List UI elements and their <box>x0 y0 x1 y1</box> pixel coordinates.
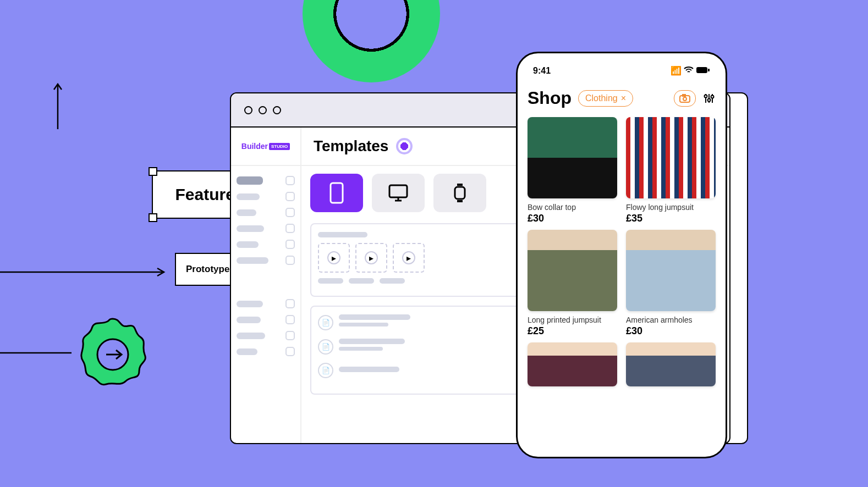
prototype-label: Prototype <box>186 264 229 275</box>
signal-icon: 📶 <box>671 65 682 76</box>
sidebar-item[interactable] <box>237 252 295 268</box>
product-price: £30 <box>528 213 617 224</box>
sidebar-item[interactable] <box>237 204 295 220</box>
traffic-light-minimize[interactable] <box>259 106 267 114</box>
phone-preview: 9:41 📶 Shop Clothing × Bow collar top £3… <box>516 52 727 458</box>
decorative-donut <box>303 0 440 82</box>
product-name: Bow collar top <box>528 203 617 212</box>
product-price: £30 <box>626 325 716 337</box>
video-thumbnail[interactable]: ▸ <box>393 243 425 273</box>
product-card[interactable]: Bow collar top £30 <box>528 117 617 224</box>
product-card[interactable] <box>626 342 716 386</box>
product-image <box>528 342 617 386</box>
device-desktop-button[interactable] <box>372 174 425 212</box>
record-indicator-icon[interactable] <box>396 138 413 154</box>
product-price: £25 <box>528 325 617 337</box>
product-card[interactable]: American armholes £30 <box>626 230 716 337</box>
product-image <box>528 117 617 198</box>
svg-point-21 <box>705 95 707 97</box>
sidebar-item[interactable] <box>237 189 295 204</box>
battery-icon <box>696 66 710 76</box>
svg-point-23 <box>708 98 711 101</box>
brand-name: Builder <box>241 142 268 151</box>
chip-close-icon[interactable]: × <box>621 93 626 103</box>
sidebar-item[interactable] <box>237 328 295 344</box>
product-name: American armholes <box>626 316 716 324</box>
camera-button[interactable] <box>674 90 696 107</box>
wifi-icon <box>684 66 694 76</box>
svg-rect-10 <box>457 184 463 186</box>
svg-rect-6 <box>389 185 407 197</box>
arrow-right-icon <box>0 347 72 361</box>
sidebar-item[interactable] <box>237 236 295 252</box>
svg-rect-16 <box>708 69 710 71</box>
device-watch-button[interactable] <box>433 174 486 212</box>
document-icon: 📄 <box>318 363 333 378</box>
svg-point-18 <box>683 97 686 101</box>
document-icon: 📄 <box>318 315 333 330</box>
svg-rect-11 <box>457 200 463 202</box>
resize-handle[interactable] <box>149 167 157 176</box>
chip-label: Clothing <box>585 93 618 103</box>
product-image <box>626 117 716 198</box>
sidebar <box>231 166 301 443</box>
product-image <box>528 230 617 311</box>
product-image <box>626 230 716 311</box>
brand-badge: STUDIO <box>269 143 290 150</box>
page-title: Templates <box>314 137 388 155</box>
arrow-up-icon <box>52 80 63 129</box>
sidebar-item[interactable] <box>237 173 295 189</box>
builder-logo[interactable]: Builder STUDIO <box>231 128 301 165</box>
arrow-right-icon <box>0 267 171 280</box>
filter-chip-clothing[interactable]: Clothing × <box>578 90 633 107</box>
traffic-light-maximize[interactable] <box>273 106 281 114</box>
product-name: Flowy long jumpsuit <box>626 203 716 212</box>
product-image <box>626 342 716 386</box>
resize-handle[interactable] <box>149 213 157 222</box>
video-thumbnail[interactable]: ▸ <box>355 243 387 273</box>
product-card[interactable]: Long printed jumpsuit £25 <box>528 230 617 337</box>
sidebar-item[interactable] <box>237 220 295 236</box>
sidebar-item[interactable] <box>237 296 295 312</box>
filter-button[interactable] <box>702 92 716 104</box>
product-price: £35 <box>626 213 716 224</box>
status-bar: 9:41 📶 <box>528 63 716 78</box>
sidebar-item[interactable] <box>237 312 295 328</box>
sidebar-item[interactable] <box>237 344 295 359</box>
shop-title: Shop <box>528 88 572 108</box>
traffic-light-close[interactable] <box>244 106 252 114</box>
svg-rect-5 <box>331 183 343 203</box>
product-name: Long printed jumpsuit <box>528 316 617 324</box>
product-card[interactable] <box>528 342 617 386</box>
svg-rect-9 <box>455 187 465 199</box>
svg-point-25 <box>711 95 714 98</box>
product-card[interactable]: Flowy long jumpsuit £35 <box>626 117 716 224</box>
status-time: 9:41 <box>533 66 551 76</box>
device-phone-button[interactable] <box>310 174 363 212</box>
document-icon: 📄 <box>318 339 333 355</box>
svg-rect-15 <box>696 67 707 73</box>
video-thumbnail[interactable]: ▸ <box>318 243 350 273</box>
gear-icon[interactable] <box>66 308 160 403</box>
